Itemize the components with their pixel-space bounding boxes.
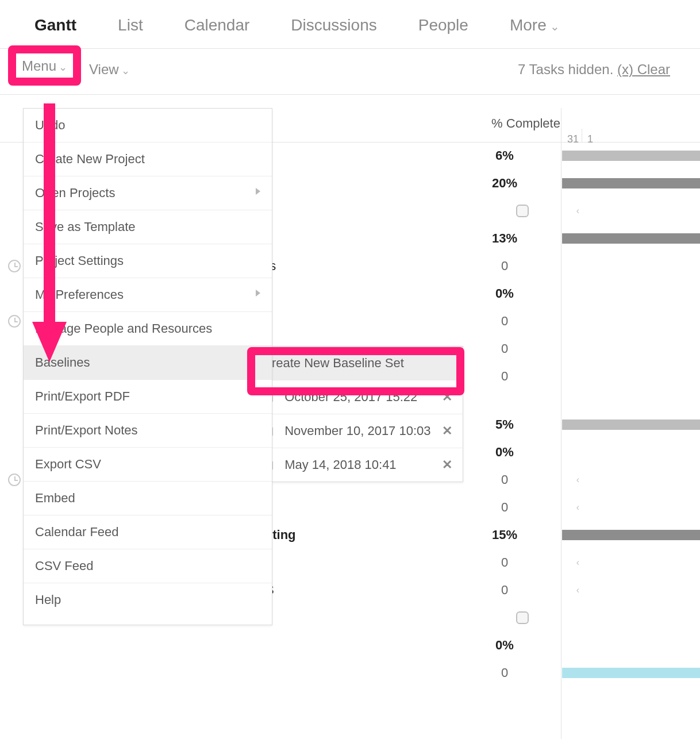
tab-more-label: More [510, 16, 547, 34]
submenu-baseline-item[interactable]: May 14, 2018 10:41 ✕ [252, 448, 463, 482]
view-dropdown-button[interactable]: View⌄ [89, 61, 130, 78]
baseline-date: October 25, 2017 15:22 [284, 390, 417, 404]
menu-dropdown: Undo Create New Project Open Projects Sa… [23, 108, 272, 625]
percent-complete-value: 15% [470, 528, 539, 542]
gantt-bar[interactable] [562, 178, 700, 188]
menu-item-print-pdf[interactable]: Print/Export PDF [24, 380, 272, 414]
view-label: View [89, 61, 119, 77]
percent-complete-value: 0 [470, 259, 539, 274]
submenu-create-baseline[interactable]: Create New Baseline Set [252, 347, 463, 380]
menu-dropdown-button[interactable]: Menu⌄ [8, 45, 81, 86]
menu-item-manage-people[interactable]: Manage People and Resources [24, 312, 272, 346]
menu-item-undo[interactable]: Undo [24, 109, 272, 143]
task-row[interactable]: 0% [0, 632, 700, 660]
task-checkbox[interactable] [516, 611, 529, 624]
menu-item-print-notes[interactable]: Print/Export Notes [24, 414, 272, 448]
tab-list[interactable]: List [118, 16, 143, 34]
percent-complete-value: 0 [470, 555, 539, 570]
chevron-down-icon: ⌄ [121, 65, 130, 76]
percent-complete-value: 20% [470, 176, 539, 191]
gantt-bar[interactable] [562, 668, 700, 678]
hidden-tasks-info: 7 Tasks hidden. (x) Clear [518, 61, 670, 78]
percent-complete-value: 0 [470, 341, 539, 356]
menu-item-project-settings[interactable]: Project Settings [24, 244, 272, 278]
hidden-tasks-text: 7 Tasks hidden. [518, 61, 617, 77]
percent-complete-value: 6% [470, 148, 539, 163]
submenu-arrow-icon [256, 188, 260, 195]
menu-item-label: Open Projects [35, 186, 115, 200]
menu-item-label: My Preferences [35, 287, 124, 302]
percent-complete-value: 0% [470, 286, 539, 301]
menu-item-csv-feed[interactable]: CSV Feed [24, 549, 272, 583]
baseline-date: May 14, 2018 10:41 [284, 457, 396, 472]
chevron-left-icon: ‹ [576, 502, 579, 513]
chevron-left-icon: ‹ [576, 206, 579, 216]
chevron-left-icon: ‹ [576, 585, 579, 595]
percent-complete-value: 5% [470, 417, 539, 432]
col-percent-complete: % Complete [491, 116, 560, 131]
submenu-baseline-item[interactable]: October 25, 2017 15:22 ✕ [252, 380, 463, 414]
percent-complete-value: 0 [470, 369, 539, 384]
gantt-bar[interactable] [562, 419, 700, 430]
tab-more[interactable]: More⌄ [510, 16, 560, 34]
menu-item-open-projects[interactable]: Open Projects [24, 176, 272, 210]
task-checkbox[interactable] [516, 205, 529, 217]
menu-item-calendar-feed[interactable]: Calendar Feed [24, 515, 272, 549]
clock-icon [8, 474, 21, 486]
tab-people[interactable]: People [418, 16, 468, 34]
submenu-baseline-item[interactable]: November 10, 2017 10:03 ✕ [252, 414, 463, 448]
tab-gantt[interactable]: Gantt [34, 16, 76, 34]
menu-item-baselines[interactable]: Baselines [24, 346, 272, 380]
delete-baseline-icon[interactable]: ✕ [442, 457, 452, 472]
delete-baseline-icon[interactable]: ✕ [442, 390, 452, 405]
clock-icon [8, 315, 21, 328]
menu-item-preferences[interactable]: My Preferences [24, 278, 272, 312]
chevron-down-icon: ⌄ [550, 20, 560, 33]
percent-complete-value: 0 [470, 665, 539, 680]
delete-baseline-icon[interactable]: ✕ [442, 424, 452, 438]
clock-icon [8, 260, 21, 272]
percent-complete-value: 13% [470, 231, 539, 246]
task-row[interactable]: 0 [0, 660, 700, 687]
gantt-bar[interactable] [562, 530, 700, 540]
percent-complete-value: 0 [470, 500, 539, 515]
gantt-bar[interactable] [562, 151, 700, 161]
chevron-down-icon: ⌄ [59, 61, 67, 73]
baseline-date: November 10, 2017 10:03 [284, 424, 430, 438]
tab-discussions[interactable]: Discussions [291, 16, 376, 34]
chevron-left-icon: ‹ [576, 475, 579, 485]
tab-calendar[interactable]: Calendar [184, 16, 250, 34]
chevron-left-icon: ‹ [576, 557, 579, 568]
baselines-submenu: Create New Baseline Set October 25, 2017… [252, 346, 463, 482]
menu-item-help[interactable]: Help [24, 583, 272, 625]
percent-complete-value: 0% [470, 638, 539, 653]
toolbar: Menu⌄ View⌄ 7 Tasks hidden. (x) Clear [0, 49, 700, 95]
percent-complete-value: 0 [470, 472, 539, 487]
menu-label: Menu [22, 58, 56, 74]
percent-complete-value: 0 [470, 314, 539, 329]
menu-item-create-project[interactable]: Create New Project [24, 143, 272, 176]
percent-complete-value: 0% [470, 445, 539, 460]
clear-hidden-link[interactable]: (x) Clear [617, 61, 670, 77]
top-tabs: Gantt List Calendar Discussions People M… [0, 0, 700, 49]
submenu-arrow-icon [256, 290, 260, 297]
menu-item-save-template[interactable]: Save as Template [24, 210, 272, 244]
menu-item-embed[interactable]: Embed [24, 482, 272, 515]
percent-complete-value: 0 [470, 583, 539, 598]
divider [582, 129, 582, 142]
menu-item-export-csv[interactable]: Export CSV [24, 448, 272, 482]
gantt-bar[interactable] [562, 233, 700, 244]
